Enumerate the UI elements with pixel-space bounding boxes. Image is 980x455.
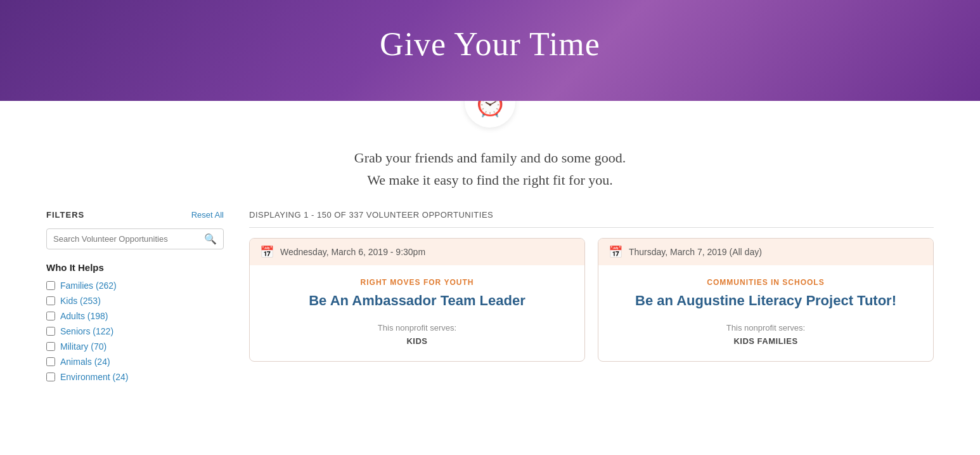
- seniors-checkbox[interactable]: [46, 327, 55, 336]
- filters-title: FILTERS: [46, 210, 84, 220]
- opportunity-card-2: 📅 Thursday, March 7, 2019 (All day) COMM…: [598, 238, 934, 362]
- list-item[interactable]: Adults (198): [46, 311, 224, 321]
- reset-all-link[interactable]: Reset All: [191, 210, 224, 220]
- page-subtitle: Grab your friends and family and do some…: [0, 134, 980, 210]
- environment-filter[interactable]: Environment (24): [60, 372, 128, 382]
- military-checkbox[interactable]: [46, 342, 55, 351]
- kids-checkbox[interactable]: [46, 296, 55, 305]
- list-item[interactable]: Seniors (122): [46, 326, 224, 336]
- card-body-1: RIGHT MOVES FOR YOUTH Be An Ambassador T…: [250, 265, 584, 361]
- card-org-1: RIGHT MOVES FOR YOUTH: [262, 278, 572, 287]
- card-body-2: COMMUNITIES IN SCHOOLS Be an Augustine L…: [598, 265, 933, 361]
- sidebar: FILTERS Reset All 🔍 Who It Helps Familie…: [46, 210, 224, 387]
- calendar-icon-2: 📅: [609, 245, 622, 259]
- opportunity-card-1: 📅 Wednesday, March 6, 2019 - 9:30pm RIGH…: [249, 238, 585, 362]
- animals-filter[interactable]: Animals (24): [60, 357, 110, 367]
- card-date-header-2: 📅 Thursday, March 7, 2019 (All day): [598, 239, 933, 265]
- cards-grid: 📅 Wednesday, March 6, 2019 - 9:30pm RIGH…: [249, 238, 934, 362]
- list-item[interactable]: Animals (24): [46, 357, 224, 367]
- displaying-text: DISPLAYING 1 - 150 OF 337 VOLUNTEER OPPO…: [249, 210, 934, 228]
- subtitle-line1: Grab your friends and family and do some…: [354, 150, 626, 166]
- card-title-2[interactable]: Be an Augustine Literacy Project Tutor!: [611, 292, 920, 310]
- families-filter[interactable]: Families (262): [60, 280, 117, 291]
- card-title-1[interactable]: Be An Ambassador Team Leader: [262, 292, 572, 310]
- search-box[interactable]: 🔍: [46, 228, 224, 249]
- families-checkbox[interactable]: [46, 281, 55, 290]
- card-date-2: Thursday, March 7, 2019 (All day): [629, 247, 762, 257]
- card-org-2: COMMUNITIES IN SCHOOLS: [611, 278, 920, 287]
- calendar-icon-1: 📅: [260, 245, 274, 259]
- card-date-1: Wednesday, March 6, 2019 - 9:30pm: [280, 247, 425, 257]
- card-date-header-1: 📅 Wednesday, March 6, 2019 - 9:30pm: [250, 239, 584, 265]
- page-title: Give Your Time: [13, 25, 967, 63]
- adults-checkbox[interactable]: [46, 312, 55, 320]
- subtitle-line2: We make it easy to find the right fit fo…: [367, 172, 612, 188]
- adults-filter[interactable]: Adults (198): [60, 311, 108, 321]
- search-icon: 🔍: [204, 233, 217, 245]
- card-serves-tags-2: KIDS FAMILIES: [611, 336, 920, 346]
- list-item[interactable]: Families (262): [46, 280, 224, 291]
- seniors-filter[interactable]: Seniors (122): [60, 326, 113, 336]
- list-item[interactable]: Military (70): [46, 341, 224, 352]
- page-header: Give Your Time: [0, 0, 980, 101]
- main-container: FILTERS Reset All 🔍 Who It Helps Familie…: [27, 210, 953, 412]
- card-serves-label-1: This nonprofit serves:: [262, 323, 572, 333]
- military-filter[interactable]: Military (70): [60, 341, 106, 352]
- animals-checkbox[interactable]: [46, 357, 55, 366]
- list-item[interactable]: Kids (253): [46, 296, 224, 306]
- search-input[interactable]: [53, 234, 200, 244]
- filter-list: Families (262) Kids (253) Adults (198) S…: [46, 280, 224, 382]
- filters-header: FILTERS Reset All: [46, 210, 224, 220]
- who-helps-title: Who It Helps: [46, 262, 224, 273]
- content-area: DISPLAYING 1 - 150 OF 337 VOLUNTEER OPPO…: [249, 210, 934, 387]
- environment-checkbox[interactable]: [46, 373, 55, 381]
- card-serves-tags-1: KIDS: [262, 336, 572, 346]
- card-serves-label-2: This nonprofit serves:: [611, 323, 920, 333]
- list-item[interactable]: Environment (24): [46, 372, 224, 382]
- kids-filter[interactable]: Kids (253): [60, 296, 101, 306]
